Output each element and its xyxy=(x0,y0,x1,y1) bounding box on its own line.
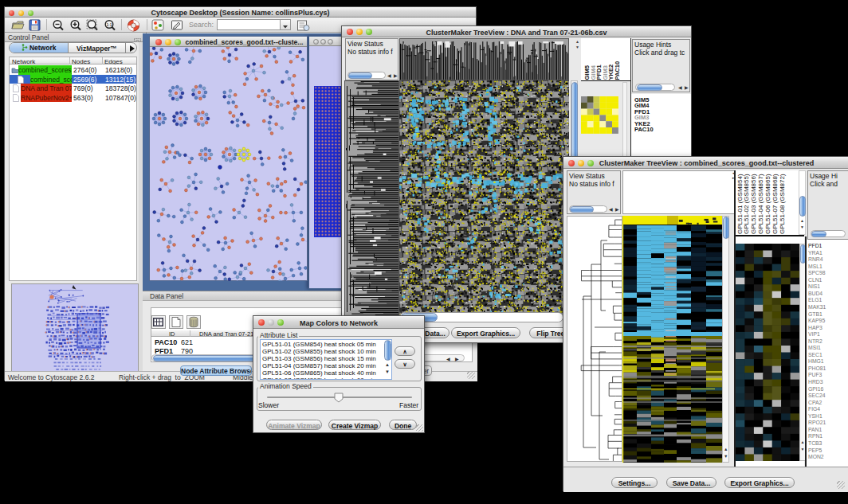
svg-text:1:1: 1:1 xyxy=(107,22,112,27)
